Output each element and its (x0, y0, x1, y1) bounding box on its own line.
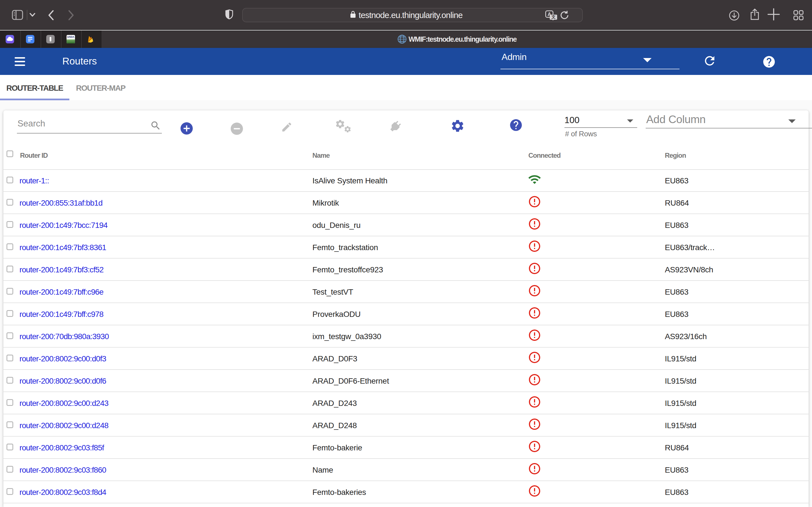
svg-text:文: 文 (551, 14, 556, 19)
